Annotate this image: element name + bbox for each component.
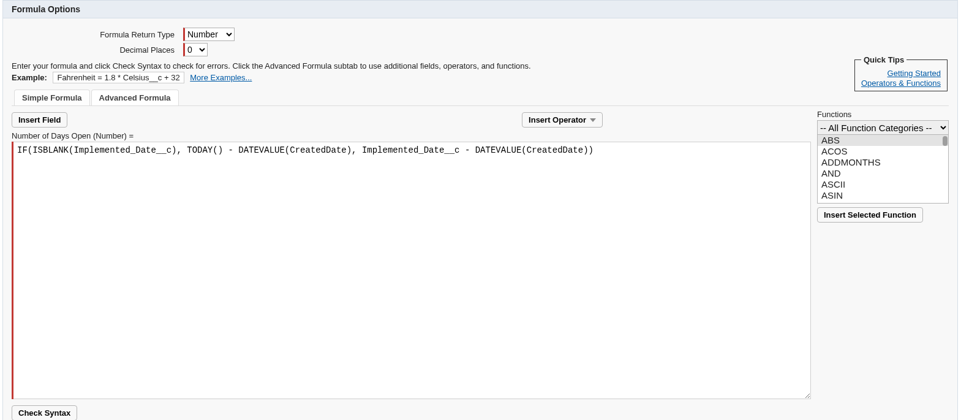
function-item-abs[interactable]: ABS	[818, 135, 948, 146]
insert-field-label: Insert Field	[18, 115, 61, 124]
instructions-text: Enter your formula and click Check Synta…	[12, 61, 949, 71]
function-item-addmonths[interactable]: ADDMONTHS	[818, 157, 948, 168]
function-item-and[interactable]: AND	[818, 168, 948, 179]
tab-simple-formula[interactable]: Simple Formula	[14, 90, 90, 105]
function-list[interactable]: ABS ACOS ADDMONTHS AND ASCII ASIN	[817, 135, 949, 204]
formula-tabs: Simple Formula Advanced Formula	[12, 90, 949, 106]
return-type-label: Formula Return Type	[12, 30, 183, 39]
decimal-places-label: Decimal Places	[12, 45, 183, 55]
quick-tips-getting-started-link[interactable]: Getting Started	[861, 69, 941, 78]
check-syntax-label: Check Syntax	[18, 408, 70, 418]
insert-selected-function-button[interactable]: Insert Selected Function	[817, 207, 923, 223]
formula-field-label: Number of Days Open (Number) =	[12, 131, 811, 140]
check-syntax-button[interactable]: Check Syntax	[12, 405, 77, 420]
insert-field-button[interactable]: Insert Field	[12, 112, 67, 128]
functions-title: Functions	[817, 110, 949, 119]
function-item-ascii[interactable]: ASCII	[818, 179, 948, 190]
function-item-acos[interactable]: ACOS	[818, 146, 948, 157]
function-item-asin[interactable]: ASIN	[818, 190, 948, 201]
decimal-places-select[interactable]: 0	[185, 44, 207, 56]
decimal-places-field[interactable]: 0	[183, 43, 208, 56]
formula-textarea[interactable]	[13, 142, 811, 399]
scrollbar-thumb[interactable]	[943, 136, 948, 146]
insert-operator-label: Insert Operator	[529, 115, 586, 124]
quick-tips-box: Quick Tips Getting Started Operators & F…	[854, 55, 948, 91]
more-examples-link[interactable]: More Examples...	[190, 73, 252, 82]
insert-operator-button[interactable]: Insert Operator	[522, 112, 603, 128]
quick-tips-operators-functions-link[interactable]: Operators & Functions	[861, 78, 941, 88]
tab-advanced-formula[interactable]: Advanced Formula	[91, 90, 179, 105]
example-label: Example:	[12, 73, 47, 82]
example-formula: Fahrenheit = 1.8 * Celsius__c + 32	[53, 72, 184, 83]
return-type-field[interactable]: Number	[183, 28, 235, 41]
quick-tips-legend: Quick Tips	[861, 55, 907, 64]
return-type-select[interactable]: Number	[185, 28, 234, 40]
insert-selected-function-label: Insert Selected Function	[824, 210, 916, 220]
chevron-down-icon	[590, 118, 596, 122]
panel-title: Formula Options	[3, 0, 957, 18]
function-category-select[interactable]: -- All Function Categories --	[817, 120, 949, 135]
